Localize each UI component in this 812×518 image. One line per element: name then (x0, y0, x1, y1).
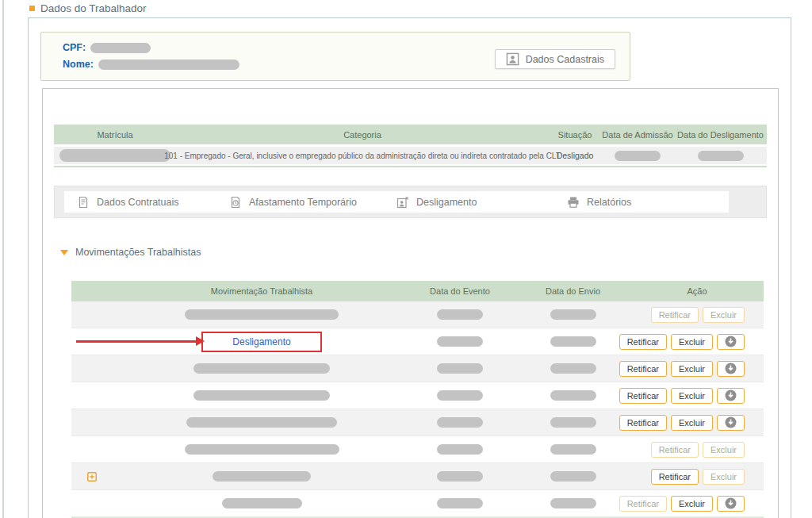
redacted-send-date (550, 363, 596, 374)
action-cell: RetificarExcluir (630, 382, 764, 409)
excluir-button[interactable]: Excluir (671, 496, 713, 512)
download-circle-icon (725, 336, 737, 347)
redacted-movement-value (186, 417, 337, 428)
excluir-button[interactable]: Excluir (671, 415, 713, 431)
retificar-button[interactable]: Retificar (619, 361, 667, 377)
nome-line: Nome: (63, 59, 239, 70)
download-button[interactable] (717, 496, 745, 512)
retificar-button[interactable]: Retificar (651, 469, 699, 485)
download-button[interactable] (717, 361, 745, 377)
nome-label: Nome: (63, 59, 94, 70)
retificar-button[interactable]: Retificar (619, 415, 667, 431)
header-data-admissao: Data de Admissão (601, 125, 674, 144)
excluir-button[interactable]: Excluir (671, 334, 713, 350)
redacted-send-date (550, 498, 596, 508)
orange-bullet-icon (29, 6, 35, 11)
excluir-button[interactable]: Excluir (703, 307, 745, 323)
movements-table-body: RetificarExcluirDesligamentoRetificarExc… (71, 301, 764, 517)
redacted-event-date (437, 309, 483, 320)
redacted-send-date (550, 471, 596, 482)
movement-row: RetificarExcluir (71, 436, 764, 463)
movement-cell (71, 490, 404, 516)
movement-cell (71, 382, 404, 409)
excluir-button[interactable]: Excluir (671, 361, 713, 377)
movement-link[interactable]: Desligamento (232, 336, 290, 347)
tab-label: Desligamento (416, 197, 477, 208)
send-date-cell (515, 409, 630, 436)
send-date-cell (515, 436, 630, 462)
page-title-row: Dados do Trabalhador (29, 2, 147, 14)
retificar-button[interactable]: Retificar (619, 496, 667, 512)
situacao-value: Desligado (557, 151, 594, 160)
movement-cell (71, 409, 404, 436)
redacted-movement-value (185, 444, 339, 455)
action-cell: RetificarExcluir (630, 436, 764, 462)
movement-row: RetificarExcluir (71, 490, 764, 517)
tab-afastamento-temporario[interactable]: Afastamento Temporário (229, 191, 357, 213)
movement-row: RetificarExcluir (71, 301, 764, 328)
contract-table: Matrícula Categoria Situação Data de Adm… (54, 125, 767, 167)
send-date-cell (515, 490, 630, 516)
header-categoria: Categoria (176, 125, 549, 144)
download-button[interactable] (717, 334, 745, 350)
redacted-event-date (437, 363, 483, 374)
redacted-event-date (437, 390, 483, 401)
contract-table-header: Matrícula Categoria Situação Data de Adm… (54, 125, 767, 144)
redacted-nome-value (98, 59, 239, 70)
temporary-leave-clock-icon (229, 196, 242, 209)
movement-cell (71, 463, 404, 489)
page-left-border (2, 0, 4, 518)
tab-label: Afastamento Temporário (249, 197, 357, 208)
action-cell: RetificarExcluir (630, 409, 764, 436)
tab-relatorios[interactable]: Relatórios (567, 191, 631, 213)
movement-cell (71, 301, 404, 328)
expand-toggle[interactable] (87, 472, 97, 482)
header-situacao: Situação (549, 125, 601, 144)
tab-dados-contratuais[interactable]: Dados Contratuais (77, 191, 179, 213)
retificar-button[interactable]: Retificar (619, 388, 667, 404)
movement-cell (71, 436, 404, 462)
retificar-button[interactable]: Retificar (651, 442, 699, 458)
person-card-icon (506, 52, 519, 66)
tab-desligamento[interactable]: Desligamento (396, 191, 477, 213)
redacted-event-date (437, 471, 483, 482)
send-date-cell (515, 382, 630, 409)
excluir-button[interactable]: Excluir (703, 469, 745, 485)
action-cell: RetificarExcluir (630, 355, 764, 382)
header-acao: Ação (630, 281, 764, 301)
redacted-send-date (550, 336, 596, 347)
contract-table-row: 101 - Empregado - Geral, inclusive o emp… (54, 147, 767, 164)
event-date-cell (404, 490, 515, 516)
event-date-cell (404, 463, 515, 489)
redacted-send-date (550, 417, 596, 428)
movement-row: RetificarExcluir (71, 382, 764, 409)
redacted-movement-value (185, 309, 339, 320)
action-cell: RetificarExcluir (630, 301, 764, 328)
excluir-button[interactable]: Excluir (671, 388, 713, 404)
categoria-value: 101 - Empregado - Geral, inclusive o emp… (164, 152, 561, 160)
redacted-event-date (437, 336, 483, 347)
download-circle-icon (725, 416, 737, 428)
dados-cadastrais-button[interactable]: Dados Cadastrais (495, 49, 615, 69)
movements-section-toggle[interactable]: Movimentações Trabalhistas (60, 247, 201, 258)
action-cell: RetificarExcluir (630, 463, 764, 489)
send-date-cell (515, 355, 630, 382)
main-panel: Matrícula Categoria Situação Data de Adm… (42, 88, 779, 518)
download-button[interactable] (717, 415, 745, 431)
event-date-cell (404, 382, 515, 409)
redacted-movement-value (222, 498, 302, 508)
retificar-button[interactable]: Retificar (619, 334, 667, 350)
contract-document-icon (77, 196, 90, 209)
excluir-button[interactable]: Excluir (703, 442, 745, 458)
termination-person-x-icon (396, 196, 409, 209)
redacted-send-date (550, 390, 596, 401)
retificar-button[interactable]: Retificar (651, 307, 699, 323)
worker-info-panel: CPF: Nome: Dados Cadastrais (40, 32, 630, 81)
cpf-label: CPF: (63, 42, 86, 53)
download-button[interactable] (717, 388, 745, 404)
redacted-admissao-date (615, 151, 661, 161)
event-date-cell (404, 301, 515, 328)
red-highlight-box: Desligamento (201, 332, 322, 352)
event-date-cell (404, 355, 515, 382)
download-circle-icon (725, 363, 737, 374)
